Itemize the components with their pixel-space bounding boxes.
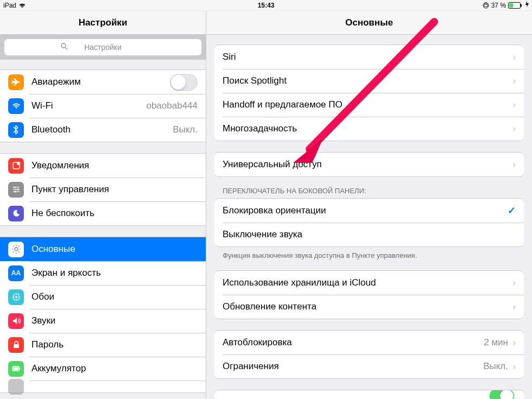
detail-row-background-refresh[interactable]: Обновление контента ›	[214, 295, 524, 319]
detail-row-lock-rotation[interactable]: Блокировка ориентации ✓	[214, 199, 524, 223]
lock-icon	[8, 337, 24, 353]
svg-rect-31	[19, 368, 20, 370]
row-label: Siri	[223, 52, 512, 62]
sidebar-item-notifications[interactable]: Уведомления	[0, 154, 206, 178]
sidebar-item-wifi[interactable]: Wi-Fi obaobab444	[0, 94, 206, 118]
detail-row-autolock[interactable]: Автоблокировка 2 мин ›	[214, 331, 524, 354]
search-container	[0, 35, 206, 60]
row-label: Ограничения	[223, 361, 483, 372]
detail-row-accessibility[interactable]: Универсальный доступ ›	[214, 153, 524, 176]
sidebar-item-general[interactable]: Основные	[0, 237, 206, 261]
detail-row-partial[interactable]	[214, 390, 524, 399]
svg-rect-3	[509, 3, 513, 8]
sidebar-item-label: Экран и яркость	[31, 268, 198, 278]
battery-pct: 37 %	[491, 2, 506, 9]
partial-toggle[interactable]	[490, 390, 515, 399]
svg-rect-29	[14, 344, 19, 348]
row-label: Handoff и предлагаемое ПО	[223, 99, 512, 110]
svg-point-26	[16, 299, 17, 300]
display-icon: AA	[8, 265, 24, 281]
sidebar-header: Настройки	[0, 11, 206, 35]
row-label: Использование хранилища и iCloud	[223, 277, 512, 288]
detail-row-mute[interactable]: Выключение звука	[214, 223, 524, 246]
svg-point-28	[18, 296, 20, 297]
gear-icon	[8, 242, 24, 257]
privacy-icon	[8, 379, 24, 395]
chevron-right-icon: ›	[512, 361, 516, 372]
wifi-icon	[18, 3, 26, 8]
detail-row-handoff[interactable]: Handoff и предлагаемое ПО ›	[214, 93, 524, 117]
svg-point-7	[17, 162, 20, 165]
row-label: Блокировка ориентации	[223, 205, 508, 216]
svg-point-0	[483, 3, 489, 8]
wallpaper-icon	[8, 289, 24, 305]
detail-scroll[interactable]: Siri › Поиск Spotlight › Handoff и предл…	[206, 35, 532, 399]
chevron-right-icon: ›	[512, 123, 516, 135]
detail-row-siri[interactable]: Siri ›	[214, 45, 524, 69]
row-label: Обновление контента	[223, 301, 512, 312]
chevron-right-icon: ›	[512, 159, 516, 170]
detail-row-spotlight[interactable]: Поиск Spotlight ›	[214, 69, 524, 93]
sidebar: Настройки Авиарежим Wi-Fi obao	[0, 11, 206, 399]
detail-header: Основные	[206, 11, 532, 35]
detail-row-restrictions[interactable]: Ограничения Выкл. ›	[214, 354, 524, 378]
chevron-right-icon: ›	[512, 301, 516, 313]
svg-point-25	[16, 294, 17, 295]
row-label: Многозадачность	[223, 123, 512, 134]
row-value: Выкл.	[483, 361, 508, 372]
dnd-icon	[8, 206, 24, 221]
svg-rect-32	[13, 368, 18, 370]
sounds-icon	[8, 313, 24, 329]
wifi-value: obaobab444	[146, 100, 198, 111]
notifications-icon	[8, 158, 24, 174]
sidebar-item-passcode[interactable]: Пароль	[0, 333, 206, 357]
sidebar-item-control-center[interactable]: Пункт управления	[0, 178, 206, 201]
chevron-right-icon: ›	[512, 75, 516, 87]
sidebar-item-sounds[interactable]: Звуки	[0, 309, 206, 333]
charging-icon	[525, 1, 529, 9]
svg-point-24	[15, 296, 17, 298]
status-time: 15:43	[258, 2, 275, 9]
sidebar-item-label: Основные	[31, 244, 198, 255]
detail-row-storage[interactable]: Использование хранилища и iCloud ›	[214, 271, 524, 295]
checkmark-icon: ✓	[508, 205, 516, 217]
battery-icon	[508, 2, 522, 9]
detail-row-multitasking[interactable]: Многозадачность ›	[214, 117, 524, 141]
sidebar-item-label: Уведомления	[31, 160, 198, 171]
sidebar-item-label: Пароль	[31, 339, 198, 350]
svg-line-20	[18, 251, 20, 252]
sidebar-list[interactable]: Авиарежим Wi-Fi obaobab444 Bluetooth Вык…	[0, 60, 206, 399]
row-label: Автоблокировка	[223, 337, 484, 348]
row-label: Универсальный доступ	[223, 159, 512, 170]
sidebar-title: Настройки	[79, 17, 128, 28]
svg-rect-2	[521, 4, 522, 7]
device-label: iPad	[3, 2, 16, 9]
sidebar-item-label: Аккумулятор	[31, 363, 198, 374]
row-label: Выключение звука	[223, 229, 516, 240]
search-input[interactable]	[4, 39, 201, 55]
airplane-toggle[interactable]	[170, 74, 198, 91]
status-bar: iPad 15:43 37 %	[0, 0, 532, 11]
chevron-right-icon: ›	[512, 337, 516, 349]
sidebar-item-label: Авиарежим	[31, 77, 170, 87]
rotation-lock-icon	[483, 2, 489, 9]
chevron-right-icon: ›	[512, 52, 516, 63]
bluetooth-icon	[8, 122, 24, 138]
sidebar-item-label: Пункт управления	[31, 184, 198, 195]
sidebar-item-airplane[interactable]: Авиарежим	[0, 70, 206, 94]
sidebar-item-bluetooth[interactable]: Bluetooth Выкл.	[0, 118, 206, 142]
sidebar-item-more[interactable]	[0, 381, 206, 392]
chevron-right-icon: ›	[512, 99, 516, 111]
chevron-right-icon: ›	[512, 277, 516, 289]
sidebar-item-wallpaper[interactable]: Обои	[0, 285, 206, 309]
battery-settings-icon	[8, 361, 24, 377]
sidebar-item-label: Обои	[31, 292, 198, 302]
detail-title: Основные	[345, 17, 393, 28]
sidebar-item-display[interactable]: AA Экран и яркость	[0, 261, 206, 285]
wifi-settings-icon	[8, 98, 24, 114]
sidebar-item-label: Звуки	[31, 315, 198, 326]
svg-line-19	[13, 246, 14, 247]
sidebar-item-dnd[interactable]: Не беспокоить	[0, 201, 206, 225]
sidebar-item-battery[interactable]: Аккумулятор	[0, 357, 206, 381]
svg-point-27	[13, 296, 14, 297]
